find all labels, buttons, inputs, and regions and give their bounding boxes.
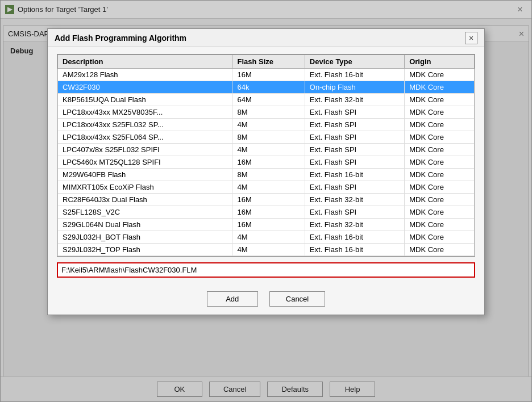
flash-table: Description Flash Size Device Type Origi…	[57, 55, 475, 256]
table-row[interactable]: S25FL128S_V2C16MExt. Flash SPIMDK Core	[58, 206, 475, 219]
table-row[interactable]: S29JL032H_BOT Flash4MExt. Flash 16-bitMD…	[58, 231, 475, 244]
table-row[interactable]: MIMXRT105x EcoXiP Flash4MExt. Flash SPIM…	[58, 181, 475, 194]
modal-close-button[interactable]: ×	[465, 32, 477, 44]
table-row[interactable]: RC28F640J3x Dual Flash16MExt. Flash 32-b…	[58, 194, 475, 206]
col-flash-size: Flash Size	[232, 55, 305, 69]
table-row[interactable]: CW32F03064kOn-chip FlashMDK Core	[58, 81, 475, 94]
modal-dialog: Add Flash Programming Algorithm × Descri…	[47, 28, 485, 315]
add-button[interactable]: Add	[207, 291, 258, 307]
table-row[interactable]: LPC18xx/43xx S25FL032 SP...4MExt. Flash …	[58, 119, 475, 131]
modal-cancel-button[interactable]: Cancel	[269, 291, 325, 307]
flash-table-container: Description Flash Size Device Type Origi…	[57, 54, 475, 257]
col-description: Description	[58, 55, 232, 69]
col-origin: Origin	[405, 55, 475, 69]
filepath-container	[57, 262, 475, 278]
modal-footer: Add Cancel	[48, 284, 484, 315]
modal-overlay: Add Flash Programming Algorithm × Descri…	[0, 0, 532, 402]
table-row[interactable]: K8P5615UQA Dual Flash64MExt. Flash 32-bi…	[58, 94, 475, 106]
modal-body: Description Flash Size Device Type Origi…	[48, 47, 484, 284]
col-device-type: Device Type	[305, 55, 404, 69]
table-row[interactable]: M29W640FB Flash8MExt. Flash 16-bitMDK Co…	[58, 169, 475, 181]
modal-title: Add Flash Programming Algorithm	[55, 34, 465, 43]
table-row[interactable]: S29JL032H_TOP Flash4MExt. Flash 16-bitMD…	[58, 244, 475, 256]
table-row[interactable]: LPC18xx/43xx MX25V8035F...8MExt. Flash S…	[58, 106, 475, 119]
filepath-input[interactable]	[57, 262, 475, 278]
table-row[interactable]: LPC407x/8x S25FL032 SPIFI4MExt. Flash SP…	[58, 144, 475, 156]
table-row[interactable]: LPC18xx/43xx S25FL064 SP...8MExt. Flash …	[58, 131, 475, 144]
modal-titlebar: Add Flash Programming Algorithm ×	[48, 29, 484, 47]
table-row[interactable]: S29GL064N Dual Flash16MExt. Flash 32-bit…	[58, 219, 475, 231]
table-row[interactable]: AM29x128 Flash16MExt. Flash 16-bitMDK Co…	[58, 69, 475, 81]
table-row[interactable]: LPC5460x MT25QL128 SPIFI16MExt. Flash SP…	[58, 156, 475, 169]
